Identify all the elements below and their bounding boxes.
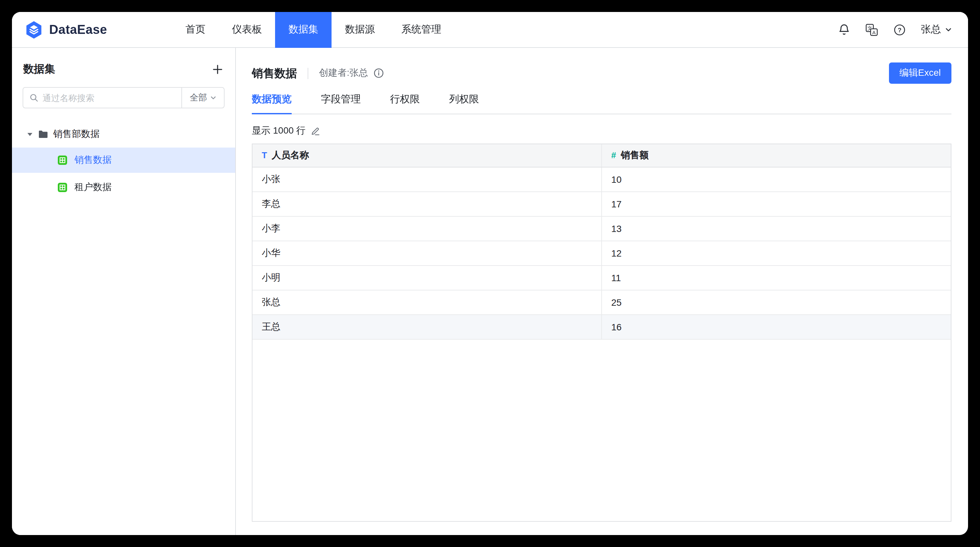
header-actions: 文 A ? 张总 <box>838 23 952 36</box>
tree-item-label: 销售数据 <box>75 154 111 166</box>
data-preview-table: T人员名称 #销售额 小张 10 <box>252 144 951 522</box>
table-row: 李总 17 <box>253 191 951 216</box>
table-row: 小李 13 <box>253 216 951 241</box>
cell-name: 小张 <box>253 167 601 191</box>
brand-name: DataEase <box>49 22 107 37</box>
tab-column-permission[interactable]: 列权限 <box>449 93 479 114</box>
dataset-title-row: 销售数据 创建者:张总 编辑Excel <box>252 62 951 84</box>
row-count-info: 显示 1000 行 <box>252 125 951 137</box>
dataset-title: 销售数据 <box>252 65 297 81</box>
tree-item-tenant-data[interactable]: 租户数据 <box>12 175 235 200</box>
tab-field-management[interactable]: 字段管理 <box>321 93 361 114</box>
search-icon <box>29 93 38 102</box>
dataset-tabs: 数据预览 字段管理 行权限 列权限 <box>252 93 951 114</box>
nav-item-system-admin[interactable]: 系统管理 <box>388 12 455 48</box>
edit-excel-button[interactable]: 编辑Excel <box>889 62 951 84</box>
dataset-detail-panel: 销售数据 创建者:张总 编辑Excel 数据预览 字段管理 行权限 列权限 显示… <box>236 48 968 535</box>
user-menu[interactable]: 张总 <box>921 23 952 36</box>
cell-sales: 16 <box>601 314 951 339</box>
app-window: DataEase 首页 仪表板 数据集 数据源 系统管理 <box>12 12 968 535</box>
cell-sales: 17 <box>601 191 951 216</box>
sidebar-search-row: 全部 <box>22 87 224 108</box>
svg-text:?: ? <box>897 26 901 33</box>
content-area: 数据集 全部 <box>12 48 968 535</box>
stage: DataEase 首页 仪表板 数据集 数据源 系统管理 <box>0 0 980 547</box>
nav-item-datasource[interactable]: 数据源 <box>331 12 388 48</box>
table-header-row: T人员名称 #销售额 <box>253 144 951 167</box>
table-row: 小华 12 <box>253 241 951 265</box>
column-header-name: T人员名称 <box>253 144 601 167</box>
top-nav-bar: DataEase 首页 仪表板 数据集 数据源 系统管理 <box>12 12 968 48</box>
cell-name: 李总 <box>253 191 601 216</box>
search-scope-select[interactable]: 全部 <box>181 88 224 108</box>
table-row: 王总 16 <box>253 314 951 339</box>
cell-sales: 13 <box>601 216 951 241</box>
sidebar-title: 数据集 <box>23 62 55 77</box>
cell-sales: 25 <box>601 290 951 314</box>
search-box <box>23 88 181 108</box>
nav-item-dataset[interactable]: 数据集 <box>275 12 331 48</box>
language-switch-icon[interactable]: 文 A <box>865 23 878 36</box>
cell-name: 张总 <box>253 290 601 314</box>
chevron-down-icon <box>945 26 952 33</box>
info-icon[interactable] <box>373 68 384 78</box>
edit-pencil-icon[interactable] <box>310 126 320 136</box>
dataset-creator: 创建者:张总 <box>319 67 368 79</box>
dataset-tree: 销售部数据 销售数据 租户数据 <box>12 123 235 200</box>
nav-item-dashboard[interactable]: 仪表板 <box>219 12 275 48</box>
folder-icon <box>38 129 48 140</box>
cell-name: 小明 <box>253 265 601 290</box>
user-name: 张总 <box>921 23 941 36</box>
number-field-type-icon: # <box>611 150 616 160</box>
vertical-divider <box>308 67 308 79</box>
cell-sales: 10 <box>601 167 951 191</box>
tree-item-sales-data[interactable]: 销售数据 <box>12 148 235 173</box>
main-nav: 首页 仪表板 数据集 数据源 系统管理 <box>172 12 455 48</box>
cell-sales: 12 <box>601 241 951 265</box>
row-count-label: 显示 1000 行 <box>252 125 305 137</box>
brand-logo[interactable]: DataEase <box>24 20 107 40</box>
column-header-sales: #销售额 <box>601 144 951 167</box>
cell-name: 王总 <box>253 314 601 339</box>
search-scope-value: 全部 <box>190 92 207 104</box>
table-row: 张总 25 <box>253 290 951 314</box>
search-input[interactable] <box>43 93 181 103</box>
svg-text:A: A <box>872 29 876 35</box>
table-row: 小张 10 <box>253 167 951 191</box>
dataset-table-icon <box>57 182 68 193</box>
dataease-logo-icon <box>24 20 44 40</box>
help-icon[interactable]: ? <box>893 23 906 36</box>
table-row: 小明 11 <box>253 265 951 290</box>
cell-sales: 11 <box>601 265 951 290</box>
chevron-down-icon <box>210 94 216 101</box>
tab-row-permission[interactable]: 行权限 <box>390 93 420 114</box>
nav-item-home[interactable]: 首页 <box>172 12 219 48</box>
cell-name: 小李 <box>253 216 601 241</box>
cell-name: 小华 <box>253 241 601 265</box>
tab-data-preview[interactable]: 数据预览 <box>252 93 292 114</box>
text-field-type-icon: T <box>262 150 267 160</box>
sidebar: 数据集 全部 <box>12 48 236 535</box>
notification-bell-icon[interactable] <box>838 23 850 36</box>
sidebar-header: 数据集 <box>12 48 235 87</box>
tree-item-label: 租户数据 <box>75 182 111 193</box>
dataset-table-icon <box>57 155 68 166</box>
tree-folder-label: 销售部数据 <box>53 128 100 140</box>
caret-expanded-icon[interactable] <box>27 131 33 137</box>
add-dataset-icon[interactable] <box>212 64 223 75</box>
tree-folder-sales-dept[interactable]: 销售部数据 <box>12 123 235 145</box>
